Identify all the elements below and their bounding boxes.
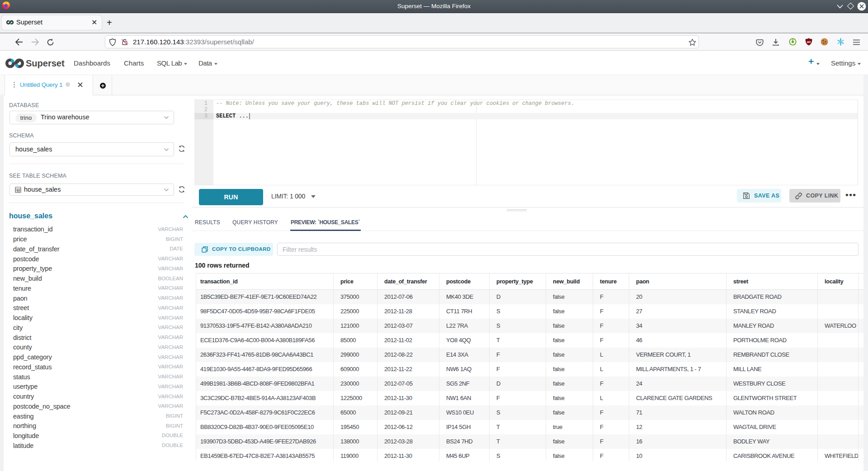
svg-text:uo: uo	[807, 40, 811, 43]
